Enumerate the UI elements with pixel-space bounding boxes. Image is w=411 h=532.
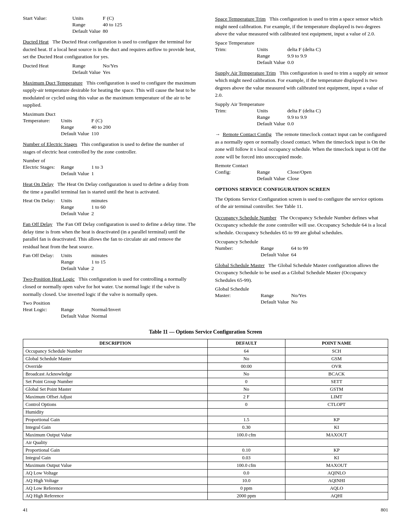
start-value-default-label: Default Value [72,28,103,34]
num-electric-default-row: Default Value 1 [23,171,196,177]
ducted-heat-spacer [23,69,72,75]
table-row: Air Quality [23,439,388,447]
table-row: Global Set Point MasterNoGSTM [23,386,388,393]
fan-off-delay-param-label: Fan Off Delay: [23,252,61,259]
start-value-range-label: Range [72,22,103,28]
heat-on-delay-spacer [23,204,61,210]
max-duct-label1-row: Maximum Duct [23,111,196,117]
start-value-default-row: Default Value 80 [23,28,196,34]
options-heading: OPTIONS SERVICE CONFIGURATION SCREEN [215,186,330,192]
fan-off-delay-spacer [23,259,61,265]
two-position-label1-row: Two Position [23,300,196,306]
occupancy-schedule-heading: Occupancy Schedule Number [215,215,276,220]
space-temp-trim-default-row: Default Value 0.0 [215,59,388,66]
table-header-default: DEFAULT [207,339,285,348]
fan-off-delay-para: Fan Off Delay The Fan Off Delay configur… [23,220,196,250]
options-body-para: The Options Service Configuration screen… [215,195,388,210]
remote-contact-default-label: Default Value [257,176,287,182]
space-temp-trim-units-label: Units [257,46,287,53]
table-row: AQ High Voltage10.0AQINHI [23,477,388,485]
heat-on-delay-default-val: 2 [91,211,94,217]
max-duct-default-val: 110 [91,131,99,137]
right-column: Space Temperature Trim This configuratio… [211,15,388,323]
table-row: Proportional Gain0.10KP [23,447,388,454]
ducted-heat-default-label: Default Value [72,69,103,75]
max-duct-default-label: Default Value [61,131,91,137]
supply-air-trim-section: Supply Air Temperature Trim This configu… [215,69,388,127]
occupancy-schedule-section: Occupancy Schedule Number The Occupancy … [215,214,388,258]
start-value-spacer2 [23,28,72,34]
table-section: Table 11 — Options Service Configuration… [23,323,388,500]
remote-contact-range-row: Config: Range Close/Open [215,169,388,175]
global-spacer [215,299,261,305]
table-row: Override00:00OVR [23,363,388,371]
table-header-description: DESCRIPTION [23,339,208,348]
supply-air-trim-default-row: Default Value 0.0 [215,121,388,127]
fan-off-delay-range-label: Range [61,259,91,265]
global-default-row: Default Value No [215,299,388,305]
space-temp-trim-heading: Space Temperature Trim [215,16,266,22]
occupancy-label1: Occupancy Schedule [215,239,261,245]
two-position-range-row: Heat Logic: Range Normal/Invert [23,307,196,313]
global-range-row: Master: Range No/Yes [215,292,388,299]
fan-off-delay-default-val: 2 [91,265,94,272]
supply-air-trim-heading: Supply Air Temperature Trim [215,70,276,76]
max-duct-label2: Temperature: [23,118,61,124]
remote-contact-para: → Remote Contact Config The remote timec… [215,131,388,160]
occupancy-default-row: Default Value 64 [215,252,388,258]
global-label1: Global Schedule [215,286,261,292]
max-duct-units-row: Temperature: Units F (C) [23,118,196,124]
num-electric-range-row: Electric Stages: Range 1 to 3 [23,164,196,170]
two-position-default-label: Default Value [61,313,91,319]
table-row: Integral Gain0.03KI [23,454,388,462]
table-row: Proportional Gain1.5KP [23,416,388,424]
occupancy-range-val: 64 to 99 [291,245,308,251]
space-temp-trim-range-val: 9.9 to 9.9 [287,53,307,59]
supply-air-trim-units-label: Units [257,108,287,114]
space-temp-trim-units-row: Trim: Units delta F (delta C) [215,46,388,53]
start-value-units-val: F (C) [103,15,114,21]
num-electric-range-label: Range [61,164,91,170]
fan-off-delay-range-val: 1 to 15 [91,259,106,265]
table-row: Maximum Output Value100.0 cfmMAXOUT [23,431,388,439]
remote-contact-range-label: Range [257,169,287,175]
table-row: Occupancy Schedule Number64SCH [23,348,388,355]
start-value-range-val: 40 to 125 [103,22,122,28]
table-row: AQ Low Voltage0.0AQINLO [23,470,388,477]
fan-off-delay-heading: Fan Off Delay [23,221,53,227]
fan-off-delay-units-row: Fan Off Delay: Units minutes [23,252,196,259]
supply-air-trim-default-val: 0.0 [287,121,294,127]
two-position-para: Two-Position Heat Logic This configurati… [23,275,196,298]
heat-on-delay-range-val: 1 to 60 [91,204,106,210]
max-duct-para: Maximum Duct Temperature This configurat… [23,79,196,109]
start-value-units-label: Units [72,15,103,21]
two-position-range-val: Normal/Invert [91,307,121,313]
heat-on-delay-units-row: Heat On Delay: Units minutes [23,198,196,204]
table-row: AQ Low Reference0 ppmAQLO [23,485,388,492]
fan-off-delay-units-val: minutes [91,252,108,259]
supply-air-trim-label1-row: Supply Air Temperature [215,101,388,107]
space-temp-trim-units-val: delta F (delta C) [287,46,321,53]
remote-contact-section: → Remote Contact Config The remote timec… [215,131,388,182]
supply-air-trim-spacer2 [215,121,257,127]
supply-air-trim-units-val: delta F (delta C) [287,108,321,114]
two-position-label1: Two Position [23,300,61,306]
ducted-heat-param-label: Ducted Heat [23,63,72,69]
two-position-range-label: Range [61,307,91,313]
occupancy-range-label: Range [261,245,291,251]
heat-on-delay-default-row: Default Value 2 [23,211,196,217]
global-schedule-section: Global Schedule Master The Global Schedu… [215,262,388,305]
fan-off-delay-default-row: Default Value 2 [23,265,196,272]
occupancy-label2: Number: [215,245,261,251]
num-electric-heading: Number of Electric Stages [23,141,77,147]
two-position-spacer [23,313,61,319]
table-row: Control Options0CTLOPT [23,401,388,409]
max-duct-heading: Maximum Duct Temperature [23,80,83,86]
global-schedule-heading: Global Schedule Master [215,262,264,268]
max-duct-section: Maximum Duct Temperature This configurat… [23,79,196,137]
num-electric-default-val: 1 [91,171,94,177]
max-duct-range-label: Range [61,124,91,130]
start-value-row: Start Value: Units F (C) [23,15,196,21]
num-electric-label2: Electric Stages: [23,164,61,170]
max-duct-spacer2 [23,131,61,137]
